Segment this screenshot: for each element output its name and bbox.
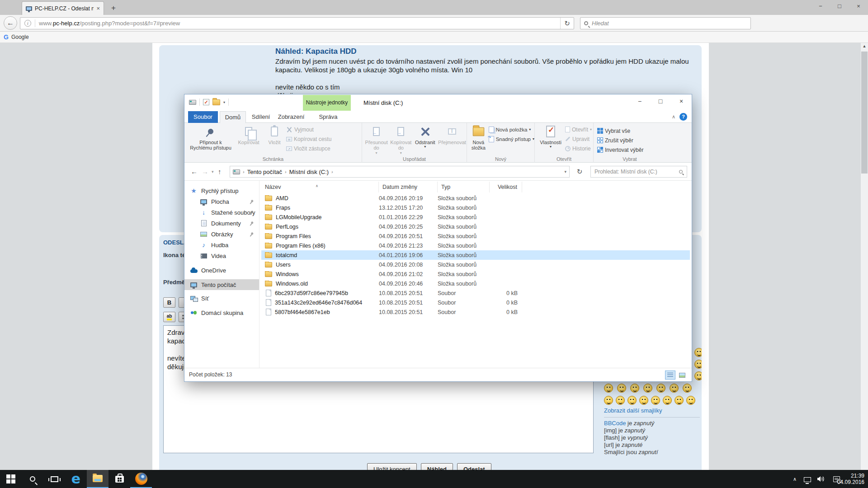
column-header-type[interactable]: Typ bbox=[438, 182, 490, 192]
explorer-close-button[interactable]: × bbox=[671, 94, 692, 108]
breadcrumb-this-pc[interactable]: Tento počítač bbox=[247, 169, 282, 175]
explorer-minimize-button[interactable]: − bbox=[629, 94, 650, 108]
tab-sdileni[interactable]: Sdílení bbox=[248, 111, 274, 123]
nav-item-documents[interactable]: Dokumenty bbox=[184, 218, 259, 229]
bold-button[interactable]: B bbox=[163, 297, 175, 308]
submit-button[interactable]: Odeslat bbox=[457, 463, 491, 470]
file-row[interactable]: Program Files04.09.2016 20:51Složka soub… bbox=[261, 231, 690, 241]
nav-item-homegroup[interactable]: Domácí skupina bbox=[184, 307, 259, 318]
page-scrollbar[interactable]: ▲ bbox=[861, 43, 868, 470]
tab-zobrazeni[interactable]: Zobrazení bbox=[276, 111, 307, 123]
qat-properties-icon[interactable]: ✓ bbox=[203, 99, 209, 105]
tab-sprava[interactable]: Správa bbox=[307, 111, 349, 123]
nav-back-icon[interactable]: ← bbox=[191, 163, 198, 181]
tab-soubor[interactable]: Soubor bbox=[188, 111, 218, 123]
back-button[interactable]: ← bbox=[4, 16, 17, 30]
file-row[interactable]: Windows.old04.09.2016 20:46Složka soubor… bbox=[261, 279, 690, 288]
copy-to-button[interactable]: Kopírovat do bbox=[389, 124, 412, 156]
help-icon[interactable]: ? bbox=[679, 113, 687, 121]
smiley-icon[interactable] bbox=[604, 396, 613, 405]
smiley-icon[interactable] bbox=[694, 371, 702, 380]
smiley-icon[interactable] bbox=[651, 396, 660, 405]
nav-item-music[interactable]: ♪Hudba bbox=[184, 239, 259, 250]
browser-search-bar[interactable] bbox=[580, 17, 751, 29]
highlight-button[interactable]: ab bbox=[163, 312, 175, 322]
file-row[interactable]: 351a143c2e92ed646e7c8476d06410.08.2015 2… bbox=[261, 298, 690, 307]
browser-tab[interactable]: PC-HELP.CZ - Odeslat no... × bbox=[22, 1, 104, 15]
easy-access-button[interactable]: Snadný přístup bbox=[489, 135, 534, 143]
file-row[interactable]: 6bc2937d59f7c86ee797945b10.08.2015 20:51… bbox=[261, 288, 690, 298]
column-header-date[interactable]: Datum změny bbox=[379, 182, 438, 192]
new-item-button[interactable]: Nová položka bbox=[489, 125, 534, 134]
file-row[interactable]: LGMobileUpgrade01.01.2016 22:29Složka so… bbox=[261, 212, 690, 222]
rename-button[interactable]: Přejmenovat bbox=[438, 124, 467, 145]
smiley-icon[interactable] bbox=[663, 396, 672, 405]
properties-button[interactable]: Vlastnosti bbox=[538, 124, 564, 148]
select-all-button[interactable]: Vybrat vše bbox=[597, 127, 643, 135]
column-header-size[interactable]: Velikost bbox=[490, 182, 522, 192]
nav-item-videos[interactable]: Videa bbox=[184, 250, 259, 261]
smiley-icon[interactable] bbox=[617, 384, 626, 393]
smiley-icon[interactable] bbox=[616, 396, 625, 405]
explorer-titlebar[interactable]: ✓ ▾ Nástroje jednotky Místní disk (C:) −… bbox=[184, 94, 692, 111]
smiley-icon[interactable] bbox=[694, 360, 702, 369]
column-header-name[interactable]: Název∧ bbox=[261, 182, 379, 192]
file-row[interactable]: Fraps13.12.2015 17:20Složka souborů bbox=[261, 203, 690, 212]
nav-item-this-pc[interactable]: Tento počítač bbox=[184, 279, 259, 290]
open-button[interactable]: Otevřít bbox=[565, 125, 592, 134]
start-button[interactable] bbox=[0, 470, 22, 488]
collapse-ribbon-icon[interactable]: ∧ bbox=[672, 114, 675, 120]
browser-close-button[interactable]: × bbox=[849, 0, 868, 13]
smiley-icon[interactable] bbox=[694, 348, 702, 357]
refresh-icon[interactable]: ↻ bbox=[573, 166, 586, 178]
new-folder-button[interactable]: Nová složka bbox=[470, 124, 487, 150]
delete-button[interactable]: Odstranit bbox=[414, 124, 436, 148]
smiley-icon[interactable] bbox=[675, 396, 684, 405]
move-to-button[interactable]: Přesunout do bbox=[365, 124, 388, 156]
site-info-icon[interactable]: i bbox=[24, 20, 31, 27]
file-row[interactable]: 5807bf464e5867e1eb10.08.2015 20:51Soubor… bbox=[261, 307, 690, 317]
address-dropdown-icon[interactable]: ▾ bbox=[564, 169, 566, 174]
nav-item-onedrive[interactable]: OneDrive bbox=[184, 265, 259, 276]
tab-domu[interactable]: Domů bbox=[220, 111, 246, 123]
browser-minimize-button[interactable]: − bbox=[811, 0, 830, 13]
scroll-up-arrow-icon[interactable]: ▲ bbox=[861, 44, 868, 48]
nav-up-icon[interactable]: ↑ bbox=[218, 163, 222, 181]
breadcrumb-local-disk[interactable]: Místní disk (C:) bbox=[289, 169, 329, 175]
taskbar-store-button[interactable] bbox=[108, 470, 130, 488]
reload-icon[interactable]: ↻ bbox=[560, 18, 574, 29]
file-row[interactable]: Program Files (x86)04.09.2016 21:23Složk… bbox=[261, 241, 690, 250]
nav-item-downloads[interactable]: ↓Stažené soubory bbox=[184, 207, 259, 218]
copy-button[interactable]: Kopírovat bbox=[235, 124, 263, 145]
nav-item-network[interactable]: Síť bbox=[184, 293, 259, 304]
nav-item-desktop[interactable]: Plocha bbox=[184, 196, 259, 207]
smiley-icon[interactable] bbox=[656, 384, 665, 393]
smiley-icon[interactable] bbox=[686, 396, 695, 405]
nav-forward-icon[interactable]: → bbox=[202, 163, 208, 181]
thumbnails-view-button[interactable] bbox=[677, 371, 687, 380]
history-button[interactable]: Historie bbox=[565, 144, 592, 153]
nav-item-pictures[interactable]: Obrázky bbox=[184, 229, 259, 239]
qat-customize-icon[interactable]: ▾ bbox=[223, 100, 225, 104]
save-draft-button[interactable]: Uložit koncept bbox=[367, 463, 417, 470]
file-row[interactable]: AMD04.09.2016 20:19Složka souborů bbox=[261, 193, 690, 203]
bookmark-item-google[interactable]: G Google bbox=[4, 33, 29, 41]
smiley-icon[interactable] bbox=[604, 384, 613, 393]
url-bar[interactable]: i www.pc-help.cz/posting.php?mode=post&f… bbox=[20, 17, 574, 29]
taskbar-edge-button[interactable]: e bbox=[65, 470, 87, 488]
smiley-icon[interactable] bbox=[643, 384, 652, 393]
tab-close-icon[interactable]: × bbox=[96, 5, 100, 12]
file-row[interactable]: Windows04.09.2016 21:02Složka souborů bbox=[261, 269, 690, 279]
nav-item-quick-access[interactable]: ★Rychlý přístup bbox=[184, 185, 259, 196]
explorer-search-input[interactable] bbox=[591, 169, 679, 175]
taskbar-clock[interactable]: 21:39 04.09.2016 bbox=[837, 470, 864, 488]
search-input[interactable] bbox=[592, 20, 750, 27]
show-more-smilies-link[interactable]: Zobrazit další smajlíky bbox=[604, 407, 662, 414]
taskbar-firefox-button[interactable] bbox=[130, 470, 152, 488]
select-none-button[interactable]: Zrušit výběr bbox=[597, 136, 643, 145]
browser-maximize-button[interactable]: □ bbox=[830, 0, 849, 13]
pin-to-quick-access-button[interactable]: Připnout k Rychlému přístupu bbox=[188, 124, 233, 150]
paste-shortcut-button[interactable]: ↗Vložit zástupce bbox=[286, 144, 331, 153]
volume-tray-icon[interactable] bbox=[817, 470, 825, 488]
qat-new-folder-icon[interactable] bbox=[212, 99, 220, 105]
